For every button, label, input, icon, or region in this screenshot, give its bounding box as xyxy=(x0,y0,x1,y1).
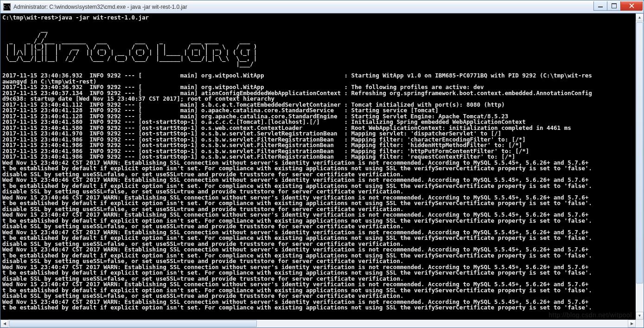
titlebar[interactable]: C:\ Administrator: C:\windows\system32\c… xyxy=(0,0,644,13)
scrollbar-corner xyxy=(636,320,644,328)
h-scroll-track[interactable] xyxy=(8,320,628,328)
close-button[interactable] xyxy=(620,1,643,11)
horizontal-scrollbar[interactable]: ◀ ▶ xyxy=(0,320,636,328)
scroll-left-button[interactable]: ◀ xyxy=(0,320,8,328)
vertical-scrollbar[interactable]: ▲ ▼ xyxy=(636,13,644,320)
v-scroll-track[interactable] xyxy=(636,21,644,312)
scroll-down-button[interactable]: ▼ xyxy=(636,312,644,320)
console-client-area: C:\tmp\wit-rest>java -jar wit-rest-1.0.j… xyxy=(0,13,644,328)
cmd-window: C:\ Administrator: C:\windows\system32\c… xyxy=(0,0,644,328)
v-scroll-thumb[interactable] xyxy=(636,22,643,283)
maximize-button[interactable] xyxy=(607,1,621,11)
close-icon xyxy=(629,3,634,8)
scroll-right-button[interactable]: ▶ xyxy=(628,320,636,328)
h-scroll-thumb[interactable] xyxy=(9,320,257,327)
console-output[interactable]: C:\tmp\wit-rest>java -jar wit-rest-1.0.j… xyxy=(0,13,636,312)
minimize-button[interactable] xyxy=(593,1,607,11)
scroll-up-button[interactable]: ▲ xyxy=(636,13,644,21)
window-controls xyxy=(594,1,643,11)
cmd-icon: C:\ xyxy=(3,3,11,11)
watermark-text: http://blog.csdn.net/witpool xyxy=(548,311,632,319)
console-viewport[interactable]: C:\tmp\wit-rest>java -jar wit-rest-1.0.j… xyxy=(0,13,636,320)
window-title: Administrator: C:\windows\system32\cmd.e… xyxy=(13,4,594,10)
